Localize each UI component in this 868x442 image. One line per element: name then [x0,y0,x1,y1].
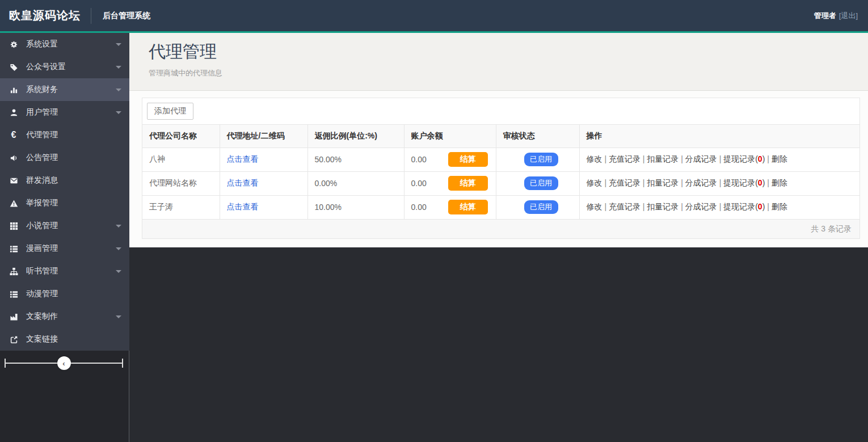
delete-link[interactable]: 删除 [772,202,787,211]
bar-chart-icon [6,86,22,94]
status-enabled-button[interactable]: 已启用 [524,200,558,214]
add-agent-button[interactable]: 添加代理 [147,103,193,120]
collapse-handle[interactable]: ‹ [57,356,71,370]
balance-value: 0.00 [411,155,427,164]
sidebar-item-label: 漫画管理 [26,243,58,254]
share-icon [6,335,22,344]
withdraw-count: 0 [758,202,762,211]
chevron-down-icon [116,315,121,318]
main-content: 代理管理 管理商城中的代理信息 添加代理 代理公司名称 代理地址/二维码 返 [129,33,868,442]
chevron-down-icon [116,89,121,91]
cell-status: 已启用 [496,195,579,219]
view-qr-link[interactable]: 点击查看 [227,154,259,163]
action-separator: | [602,154,609,163]
company-name: 八神 [149,154,165,163]
sidebar-item[interactable]: 小说管理 [0,214,129,237]
empty-dark-area [129,247,868,442]
cell-address: 点击查看 [220,195,307,219]
action-link[interactable]: 分成记录 [685,202,717,211]
sidebar-item[interactable]: €代理管理 [0,124,129,146]
list-icon [6,245,22,253]
sidebar-item[interactable]: 系统财务 [0,78,129,101]
cell-balance: 0.00结算 [404,171,496,195]
cell-rebate: 10.00% [307,195,404,219]
action-separator: | [679,154,685,163]
factory-icon [6,313,22,321]
action-link[interactable]: 修改 [587,202,602,211]
sidebar-item[interactable]: 听书管理 [0,260,129,283]
page-subtitle: 管理商城中的代理信息 [149,68,868,78]
action-separator: | [602,178,609,187]
chevron-down-icon [116,247,121,250]
delete-link[interactable]: 删除 [772,154,787,163]
action-link[interactable]: 分成记录 [685,178,717,187]
page-body: 添加代理 代理公司名称 代理地址/二维码 返佣比例(单位:%) 账户余额 审核状… [129,91,868,247]
action-link[interactable]: 扣量记录 [647,202,679,211]
delete-link[interactable]: 删除 [772,178,787,187]
sidebar-item-label: 群发消息 [26,175,58,186]
balance-wrapper: 0.00结算 [411,152,496,167]
settle-button[interactable]: 结算 [448,152,488,167]
action-separator: | [679,178,685,187]
withdraw-count: 0 [758,154,762,163]
sidebar-item[interactable]: 文案制作 [0,305,129,328]
nav-item-backend[interactable]: 后台管理系统 [91,11,162,21]
logout-link[interactable]: [退出] [839,11,858,21]
sidebar-item[interactable]: 文案链接 [0,328,129,351]
sidebar-bottom: ‹ [0,351,129,442]
settle-button[interactable]: 结算 [448,176,488,191]
col-company: 代理公司名称 [142,125,220,148]
warning-icon [6,199,22,208]
action-link[interactable]: 充值记录 [609,178,641,187]
sidebar-item[interactable]: 公众号设置 [0,56,129,78]
sidebar-item[interactable]: 举报管理 [0,192,129,214]
cell-address: 点击查看 [220,148,307,171]
chevron-down-icon [116,225,121,228]
panel-toolbar: 添加代理 [142,98,859,125]
company-name: 代理网站名称 [149,178,197,187]
action-link[interactable]: 扣量记录 [647,178,679,187]
action-link[interactable]: 充值记录 [609,154,641,163]
chevron-down-icon [116,43,121,46]
user-name: 管理者 [814,11,836,21]
action-separator: | [717,202,723,211]
withdraw-label: 提现记录 [723,154,755,163]
sidebar-item[interactable]: 群发消息 [0,169,129,192]
settle-button[interactable]: 结算 [448,200,488,214]
view-qr-link[interactable]: 点击查看 [227,178,259,187]
action-link[interactable]: 修改 [587,178,602,187]
withdraw-record-link[interactable]: 提现记录(0) [723,154,765,163]
gear-icon [6,40,22,49]
action-link[interactable]: 充值记录 [609,202,641,211]
sidebar-item[interactable]: 公告管理 [0,146,129,169]
sidebar-item[interactable]: 漫画管理 [0,237,129,260]
action-link[interactable]: 修改 [587,154,602,163]
sidebar-item[interactable]: 用户管理 [0,101,129,124]
sidebar-item-label: 系统设置 [26,39,58,49]
cell-company: 代理网站名称 [142,171,220,195]
cell-actions: 修改 | 充值记录 | 扣量记录 | 分成记录 | 提现记录(0) | 删除 [579,148,859,171]
tags-icon [6,63,22,71]
page-header: 代理管理 管理商城中的代理信息 [129,33,868,91]
status-enabled-button[interactable]: 已启用 [524,176,558,190]
navbar-user-area: 管理者 [退出] [814,11,868,21]
cell-actions: 修改 | 充值记录 | 扣量记录 | 分成记录 | 提现记录(0) | 删除 [579,195,859,219]
cell-company: 王子涛 [142,195,220,219]
record-count: 共 3 条记录 [142,219,859,238]
view-qr-link[interactable]: 点击查看 [227,202,259,211]
rebate-value: 10.00% [315,203,342,212]
sidebar-item-label: 小说管理 [26,221,58,231]
action-link[interactable]: 分成记录 [685,154,717,163]
action-link[interactable]: 扣量记录 [647,154,679,163]
sidebar-item[interactable]: 动漫管理 [0,283,129,305]
admin-screen: 欧皇源码论坛 后台管理系统 管理者 [退出] 系统设置公众号设置系统财务用户管理… [0,0,868,442]
sidebar-item[interactable]: 系统设置 [0,33,129,56]
cell-balance: 0.00结算 [404,148,496,171]
action-separator: | [602,202,609,211]
table-row: 王子涛点击查看10.00%0.00结算已启用修改 | 充值记录 | 扣量记录 |… [142,195,859,219]
status-enabled-button[interactable]: 已启用 [524,153,558,166]
withdraw-record-link[interactable]: 提现记录(0) [723,178,765,187]
grid-icon [6,222,22,230]
col-rebate: 返佣比例(单位:%) [307,125,404,148]
withdraw-record-link[interactable]: 提现记录(0) [723,202,765,211]
